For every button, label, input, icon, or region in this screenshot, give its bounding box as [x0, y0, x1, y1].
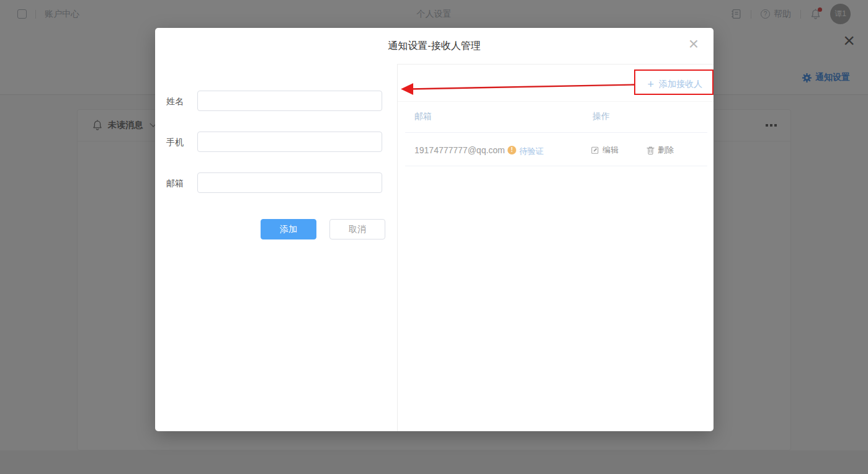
recipient-email: 19174777777@qq.com — [414, 145, 505, 155]
add-recipient-label: 添加接收人 — [659, 79, 702, 90]
plus-icon: + — [647, 79, 654, 90]
screen: 账户中心 个人设置 ? 帮助 — [0, 0, 868, 474]
edit-button[interactable]: 编辑 — [591, 145, 619, 156]
recipient-modal: 通知设置-接收人管理 × 姓名 手机 邮箱 添加 取消 + 添加接收人 邮箱 — [155, 28, 714, 431]
add-recipient-button[interactable]: + 添加接收人 — [640, 73, 710, 96]
status-badge: 待验证 — [519, 146, 544, 157]
column-header-actions: 操作 — [593, 111, 610, 122]
recipient-list: + 添加接收人 邮箱 操作 19174777777@qq.com ! 待验证 — [398, 64, 714, 431]
edit-label: 编辑 — [602, 145, 619, 156]
delete-button[interactable]: 删除 — [647, 145, 674, 156]
column-header-email: 邮箱 — [414, 111, 432, 122]
email-field[interactable] — [197, 172, 382, 193]
add-button[interactable]: 添加 — [261, 219, 316, 239]
divider — [405, 166, 707, 166]
close-icon[interactable]: × — [689, 35, 699, 53]
name-field[interactable] — [197, 91, 382, 111]
phone-field[interactable] — [197, 132, 382, 152]
edit-icon — [591, 146, 599, 154]
modal-title: 通知设置-接收人管理 — [155, 28, 714, 64]
trash-icon — [647, 146, 655, 155]
name-label: 姓名 — [166, 96, 184, 107]
cancel-button[interactable]: 取消 — [329, 219, 385, 239]
modal-header: 通知设置-接收人管理 × — [155, 28, 714, 64]
phone-label: 手机 — [166, 137, 184, 148]
modal-body: 姓名 手机 邮箱 添加 取消 + 添加接收人 邮箱 操作 1917 — [155, 64, 714, 431]
divider — [398, 101, 714, 102]
warning-icon: ! — [508, 146, 516, 154]
email-label: 邮箱 — [166, 178, 184, 189]
divider — [405, 132, 707, 133]
delete-label: 删除 — [658, 145, 674, 156]
recipient-form: 姓名 手机 邮箱 添加 取消 — [155, 64, 398, 431]
